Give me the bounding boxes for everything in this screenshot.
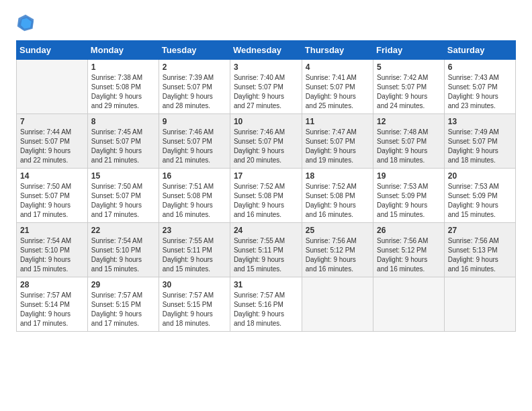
day-number: 22 (91, 226, 155, 235)
day-info: Sunrise: 7:43 AM Sunset: 5:07 PM Dayligh… (448, 73, 512, 111)
day-number: 13 (448, 117, 512, 126)
day-info: Sunrise: 7:51 AM Sunset: 5:08 PM Dayligh… (163, 182, 226, 220)
day-info: Sunrise: 7:41 AM Sunset: 5:07 PM Dayligh… (306, 73, 369, 111)
calendar-cell: 12Sunrise: 7:48 AM Sunset: 5:07 PM Dayli… (373, 114, 445, 169)
calendar-cell: 18Sunrise: 7:52 AM Sunset: 5:08 PM Dayli… (302, 169, 373, 223)
day-info: Sunrise: 7:56 AM Sunset: 5:12 PM Dayligh… (306, 236, 369, 274)
calendar-cell: 6Sunrise: 7:43 AM Sunset: 5:07 PM Daylig… (444, 60, 515, 114)
day-info: Sunrise: 7:52 AM Sunset: 5:08 PM Dayligh… (234, 182, 298, 220)
calendar-header-cell: Sunday (17, 41, 88, 60)
day-number: 10 (234, 117, 298, 126)
day-number: 20 (448, 171, 512, 181)
calendar-cell: 17Sunrise: 7:52 AM Sunset: 5:08 PM Dayli… (230, 169, 302, 223)
day-number: 3 (234, 62, 298, 72)
day-number: 8 (91, 117, 155, 126)
day-info: Sunrise: 7:46 AM Sunset: 5:07 PM Dayligh… (163, 128, 226, 165)
calendar-cell: 28Sunrise: 7:57 AM Sunset: 5:14 PM Dayli… (17, 277, 88, 332)
calendar-cell: 2Sunrise: 7:39 AM Sunset: 5:07 PM Daylig… (159, 60, 230, 114)
calendar-cell: 7Sunrise: 7:44 AM Sunset: 5:07 PM Daylig… (17, 114, 88, 169)
day-info: Sunrise: 7:50 AM Sunset: 5:07 PM Dayligh… (91, 182, 155, 220)
calendar-cell: 3Sunrise: 7:40 AM Sunset: 5:07 PM Daylig… (230, 60, 302, 114)
calendar-cell: 10Sunrise: 7:46 AM Sunset: 5:07 PM Dayli… (230, 114, 302, 169)
day-number: 7 (20, 117, 84, 126)
day-info: Sunrise: 7:53 AM Sunset: 5:09 PM Dayligh… (377, 182, 441, 220)
calendar-week-row: 28Sunrise: 7:57 AM Sunset: 5:14 PM Dayli… (17, 277, 516, 332)
calendar-cell: 27Sunrise: 7:56 AM Sunset: 5:13 PM Dayli… (444, 223, 515, 277)
logo-icon (16, 13, 35, 32)
day-info: Sunrise: 7:45 AM Sunset: 5:07 PM Dayligh… (91, 128, 155, 165)
day-number: 14 (20, 171, 84, 181)
day-info: Sunrise: 7:46 AM Sunset: 5:07 PM Dayligh… (234, 128, 298, 165)
calendar-cell (373, 277, 445, 332)
day-info: Sunrise: 7:47 AM Sunset: 5:07 PM Dayligh… (306, 128, 369, 165)
day-number: 25 (306, 226, 369, 235)
day-info: Sunrise: 7:55 AM Sunset: 5:11 PM Dayligh… (234, 236, 298, 274)
day-info: Sunrise: 7:56 AM Sunset: 5:13 PM Dayligh… (448, 236, 512, 274)
day-number: 1 (91, 62, 155, 72)
day-info: Sunrise: 7:39 AM Sunset: 5:07 PM Dayligh… (163, 73, 226, 111)
day-info: Sunrise: 7:57 AM Sunset: 5:16 PM Dayligh… (234, 291, 298, 328)
calendar-week-row: 1Sunrise: 7:38 AM Sunset: 5:08 PM Daylig… (17, 60, 516, 114)
calendar-week-row: 7Sunrise: 7:44 AM Sunset: 5:07 PM Daylig… (17, 114, 516, 169)
day-number: 31 (234, 280, 298, 289)
calendar-cell: 16Sunrise: 7:51 AM Sunset: 5:08 PM Dayli… (159, 169, 230, 223)
day-info: Sunrise: 7:49 AM Sunset: 5:07 PM Dayligh… (448, 128, 512, 165)
day-info: Sunrise: 7:55 AM Sunset: 5:11 PM Dayligh… (163, 236, 226, 274)
page-header (16, 13, 516, 32)
calendar-cell: 15Sunrise: 7:50 AM Sunset: 5:07 PM Dayli… (87, 169, 159, 223)
day-info: Sunrise: 7:54 AM Sunset: 5:10 PM Dayligh… (91, 236, 155, 274)
day-number: 24 (234, 226, 298, 235)
calendar-header-cell: Saturday (444, 41, 515, 60)
logo (16, 13, 38, 32)
calendar-cell (17, 60, 88, 114)
day-number: 12 (377, 117, 441, 126)
calendar-cell: 22Sunrise: 7:54 AM Sunset: 5:10 PM Dayli… (87, 223, 159, 277)
day-number: 4 (306, 62, 369, 72)
day-info: Sunrise: 7:48 AM Sunset: 5:07 PM Dayligh… (377, 128, 441, 165)
calendar-cell: 13Sunrise: 7:49 AM Sunset: 5:07 PM Dayli… (444, 114, 515, 169)
calendar-header-cell: Wednesday (230, 41, 302, 60)
calendar-cell: 14Sunrise: 7:50 AM Sunset: 5:07 PM Dayli… (17, 169, 88, 223)
day-number: 17 (234, 171, 298, 181)
calendar-week-row: 14Sunrise: 7:50 AM Sunset: 5:07 PM Dayli… (17, 169, 516, 223)
calendar-cell: 4Sunrise: 7:41 AM Sunset: 5:07 PM Daylig… (302, 60, 373, 114)
day-info: Sunrise: 7:57 AM Sunset: 5:15 PM Dayligh… (91, 291, 155, 328)
calendar-cell: 5Sunrise: 7:42 AM Sunset: 5:07 PM Daylig… (373, 60, 445, 114)
day-info: Sunrise: 7:53 AM Sunset: 5:09 PM Dayligh… (448, 182, 512, 220)
day-number: 9 (163, 117, 226, 126)
calendar-cell: 26Sunrise: 7:56 AM Sunset: 5:12 PM Dayli… (373, 223, 445, 277)
day-number: 2 (163, 62, 226, 72)
calendar-header-cell: Friday (373, 41, 445, 60)
day-number: 19 (377, 171, 441, 181)
day-info: Sunrise: 7:54 AM Sunset: 5:10 PM Dayligh… (20, 236, 84, 274)
day-info: Sunrise: 7:40 AM Sunset: 5:07 PM Dayligh… (234, 73, 298, 111)
day-number: 5 (377, 62, 441, 72)
day-number: 18 (306, 171, 369, 181)
calendar-cell: 30Sunrise: 7:57 AM Sunset: 5:15 PM Dayli… (159, 277, 230, 332)
day-info: Sunrise: 7:42 AM Sunset: 5:07 PM Dayligh… (377, 73, 441, 111)
day-info: Sunrise: 7:56 AM Sunset: 5:12 PM Dayligh… (377, 236, 441, 274)
day-number: 15 (91, 171, 155, 181)
day-number: 28 (20, 280, 84, 289)
calendar-cell: 24Sunrise: 7:55 AM Sunset: 5:11 PM Dayli… (230, 223, 302, 277)
calendar-cell: 29Sunrise: 7:57 AM Sunset: 5:15 PM Dayli… (87, 277, 159, 332)
calendar-cell: 9Sunrise: 7:46 AM Sunset: 5:07 PM Daylig… (159, 114, 230, 169)
calendar-header-cell: Tuesday (159, 41, 230, 60)
calendar-cell: 23Sunrise: 7:55 AM Sunset: 5:11 PM Dayli… (159, 223, 230, 277)
day-number: 27 (448, 226, 512, 235)
day-info: Sunrise: 7:50 AM Sunset: 5:07 PM Dayligh… (20, 182, 84, 220)
calendar-cell (302, 277, 373, 332)
day-number: 6 (448, 62, 512, 72)
calendar-cell: 20Sunrise: 7:53 AM Sunset: 5:09 PM Dayli… (444, 169, 515, 223)
calendar-cell (444, 277, 515, 332)
calendar-header-cell: Monday (87, 41, 159, 60)
day-number: 26 (377, 226, 441, 235)
calendar-cell: 19Sunrise: 7:53 AM Sunset: 5:09 PM Dayli… (373, 169, 445, 223)
day-info: Sunrise: 7:52 AM Sunset: 5:08 PM Dayligh… (306, 182, 369, 220)
day-number: 16 (163, 171, 226, 181)
day-info: Sunrise: 7:57 AM Sunset: 5:14 PM Dayligh… (20, 291, 84, 328)
day-number: 30 (163, 280, 226, 289)
day-number: 29 (91, 280, 155, 289)
day-number: 23 (163, 226, 226, 235)
calendar-cell: 25Sunrise: 7:56 AM Sunset: 5:12 PM Dayli… (302, 223, 373, 277)
